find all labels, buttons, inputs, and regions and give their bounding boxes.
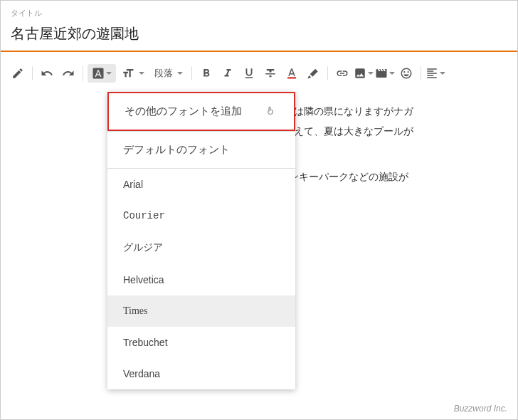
text-color-button[interactable] bbox=[282, 63, 302, 83]
caret-down-icon bbox=[177, 72, 183, 75]
bold-button[interactable] bbox=[196, 63, 216, 83]
font-option-trebuchet[interactable]: Trebuchet bbox=[107, 327, 295, 358]
title-label: タイトル bbox=[1, 1, 517, 20]
font-option-courier[interactable]: Courier bbox=[107, 200, 295, 231]
separator bbox=[191, 66, 192, 80]
font-option-helvetica[interactable]: Helvetica bbox=[107, 264, 295, 295]
separator bbox=[421, 66, 421, 80]
add-more-fonts-label: その他のフォントを追加 bbox=[125, 105, 242, 117]
emoji-button[interactable] bbox=[396, 63, 416, 83]
font-option-times[interactable]: Times bbox=[107, 295, 295, 327]
image-button[interactable] bbox=[354, 63, 374, 83]
default-font-item[interactable]: デフォルトのフォント bbox=[107, 132, 295, 168]
paragraph-style-button[interactable]: 段落 bbox=[150, 64, 187, 83]
text-size-icon bbox=[122, 67, 134, 80]
svg-rect-0 bbox=[287, 77, 296, 78]
caret-down-icon bbox=[139, 72, 144, 75]
title-input[interactable]: 名古屋近郊の遊園地 bbox=[1, 20, 517, 52]
link-button[interactable] bbox=[332, 63, 352, 83]
font-option-georgia[interactable]: グルジア bbox=[107, 231, 295, 264]
toolbar: 段落 bbox=[1, 59, 517, 88]
footer-credit: Buzzword Inc. bbox=[454, 404, 507, 414]
add-more-fonts-item[interactable]: その他のフォントを追加 bbox=[107, 92, 295, 131]
font-option-arial[interactable]: Arial bbox=[107, 169, 295, 200]
redo-icon[interactable] bbox=[58, 63, 78, 83]
cursor-pointer-icon bbox=[265, 106, 277, 117]
underline-button[interactable] bbox=[239, 63, 259, 83]
video-button[interactable] bbox=[375, 63, 395, 83]
font-size-button[interactable] bbox=[117, 64, 149, 83]
font-dropdown: その他のフォントを追加 デフォルトのフォント Arial Courier グルジ… bbox=[107, 92, 295, 389]
undo-icon[interactable] bbox=[37, 63, 57, 83]
italic-button[interactable] bbox=[218, 63, 238, 83]
caret-down-icon bbox=[440, 72, 445, 75]
caret-down-icon bbox=[389, 72, 395, 75]
font-icon bbox=[92, 67, 105, 80]
font-option-verdana[interactable]: Verdana bbox=[107, 358, 295, 389]
paragraph-label: 段落 bbox=[154, 67, 173, 80]
separator bbox=[83, 66, 83, 80]
strikethrough-button[interactable] bbox=[260, 63, 280, 83]
caret-down-icon bbox=[368, 72, 374, 75]
compose-icon[interactable] bbox=[8, 63, 28, 83]
align-button[interactable] bbox=[426, 63, 445, 83]
caret-down-icon bbox=[106, 72, 112, 75]
separator bbox=[327, 66, 328, 80]
separator bbox=[32, 66, 33, 80]
font-family-button[interactable] bbox=[88, 64, 116, 83]
highlight-button[interactable] bbox=[303, 63, 323, 83]
